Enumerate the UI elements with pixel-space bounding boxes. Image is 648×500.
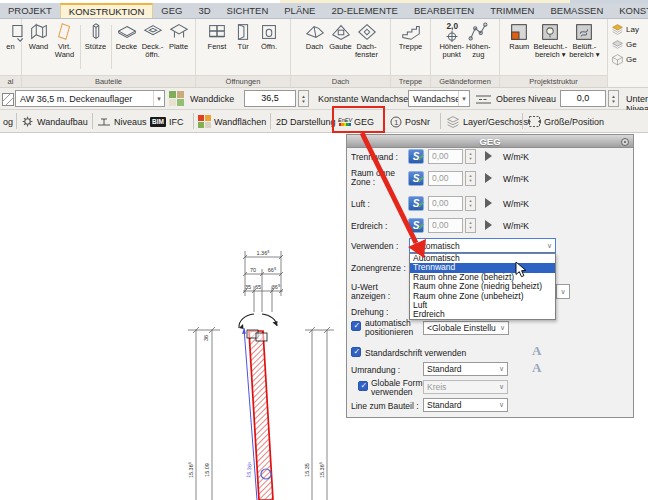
- ribbon-group-partial: en al: [0, 19, 22, 87]
- dropdown-option-luft[interactable]: Luft: [410, 301, 555, 310]
- luft-stepper[interactable]: ▲▼: [465, 196, 476, 211]
- raum-ohne-zone-stepper[interactable]: ▲▼: [465, 171, 476, 186]
- raum-button[interactable]: Raum: [506, 21, 532, 51]
- geschoss-button[interactable]: Ge: [611, 38, 648, 51]
- ribbon-right-column: Lay Ge Ge: [608, 19, 648, 87]
- tab-geg[interactable]: GEG: [153, 3, 190, 18]
- wall-properties-toolbar: og Wandaufbau Niveaus BIM IFC Wandfläche…: [0, 110, 648, 133]
- play-icon[interactable]: [485, 220, 492, 230]
- wanddicke-label: Wanddicke: [190, 94, 234, 104]
- wall-handle[interactable]: [256, 333, 267, 341]
- font-icon[interactable]: A: [532, 360, 541, 376]
- annotation-red-box: [332, 106, 385, 133]
- dachfenster-button[interactable]: Dach-fenster: [354, 21, 380, 59]
- partial-button[interactable]: en: [0, 21, 24, 51]
- standardschrift-checkbox[interactable]: [351, 347, 361, 357]
- dach-button[interactable]: Dach: [302, 21, 328, 51]
- s-formula-button[interactable]: S: [408, 149, 424, 164]
- rotation-arc: [239, 314, 278, 329]
- wanddicke-input[interactable]: 36,5: [244, 90, 296, 107]
- wall-preset-combo[interactable]: AW 36,5 m. Deckenauflager▾: [15, 90, 165, 107]
- line-zum-bauteil-combo[interactable]: Standard∨: [423, 398, 508, 412]
- ribbon-group-treppe: Treppe Treppe: [391, 19, 431, 87]
- tab-plaene[interactable]: PLÄNE: [276, 3, 323, 18]
- tuer-button[interactable]: Tür: [230, 21, 256, 51]
- treppe-icon: [399, 21, 423, 43]
- layer-geschoss-button[interactable]: Layer/Geschoss: [446, 113, 528, 130]
- platte-button[interactable]: Platte: [166, 21, 192, 51]
- beleuchtungsbereich-button[interactable]: Beleucht.-bereich ▾: [532, 21, 568, 59]
- darstellung-button[interactable]: 2D Darstellung: [276, 113, 336, 130]
- partial-icon: [0, 21, 23, 43]
- pin-icon[interactable]: [621, 138, 629, 146]
- belueftungsbereich-button[interactable]: Belüft.-bereich ▾: [568, 21, 600, 59]
- tab-3d[interactable]: 3D: [190, 3, 218, 18]
- tab-bemassen[interactable]: BEMASSEN: [542, 3, 611, 18]
- tab-sichten[interactable]: SICHTEN: [219, 3, 277, 18]
- deckenoeffnung-button[interactable]: Deck.-öffn.: [140, 21, 166, 59]
- trennwand-stepper[interactable]: ▲▼: [465, 149, 476, 164]
- erdreich-stepper[interactable]: ▲▼: [465, 218, 476, 233]
- trennwand-label: Trennwand :: [351, 152, 398, 162]
- wall-layers-icon[interactable]: [169, 91, 184, 106]
- verwenden-combo[interactable]: Automatisch∨: [409, 238, 556, 253]
- gaube-button[interactable]: Gaube: [328, 21, 354, 51]
- wanddicke-stepper[interactable]: ▲▼: [298, 90, 309, 107]
- virt-wand-button[interactable]: Virt.Wand: [52, 21, 78, 59]
- wandaufbau-button[interactable]: Wandaufbau: [21, 113, 88, 130]
- hoehenpunkt-button[interactable]: 2,0 Höhen-punkt: [438, 21, 465, 59]
- ribbon-group-dach: Dach Gaube Dach-fenster Dach: [291, 19, 391, 87]
- dropdown-option-niedrig-beheizt[interactable]: Raum ohne Zone (niedrig beheizt): [410, 282, 555, 291]
- geg-panel: GEG Trennwand : S 0,00 ▲▼ W/m²K Raum ohn…: [346, 134, 634, 418]
- geg-panel-header[interactable]: GEG: [347, 135, 633, 148]
- wand-button[interactable]: Wand: [26, 21, 52, 51]
- dropdown-option-automatisch[interactable]: Automatisch: [410, 254, 555, 263]
- tab-projekt[interactable]: PROJEKT: [0, 3, 60, 18]
- tab-bearbeiten[interactable]: BEARBEITEN: [406, 3, 482, 18]
- globale-form-checkbox[interactable]: [358, 381, 368, 391]
- trennwand-value[interactable]: 0,00: [428, 149, 463, 164]
- wandflaechen-button[interactable]: Wandflächen: [198, 113, 266, 130]
- dropdown-option-beheizt[interactable]: Raum ohne Zone (beheizt): [410, 273, 555, 282]
- unit-label: W/m²K: [503, 221, 529, 231]
- tuer-icon: [231, 21, 255, 43]
- luft-value[interactable]: 0,00: [428, 196, 463, 211]
- s-formula-button[interactable]: S: [408, 171, 424, 186]
- tab-konst-ebene[interactable]: KONST-EBENE: [611, 3, 648, 18]
- wandachse-combo[interactable]: Wandachse▾: [408, 90, 470, 107]
- oberes-niveau-input[interactable]: 0,0: [560, 90, 606, 107]
- decke-button[interactable]: Decke: [114, 21, 140, 51]
- hoehenzug-button[interactable]: Höhen-zug: [465, 21, 492, 59]
- s-formula-button[interactable]: S: [408, 218, 424, 233]
- dropdown-option-erdreich[interactable]: Erdreich: [410, 310, 555, 319]
- oberes-niveau-stepper[interactable]: ▲▼: [608, 90, 619, 107]
- autopos-checkbox[interactable]: [351, 321, 361, 331]
- umrandung-combo[interactable]: Standard∨: [423, 362, 508, 376]
- treppe-button[interactable]: Treppe: [398, 21, 424, 51]
- font-icon[interactable]: A: [532, 343, 541, 359]
- uwert-combo-edge[interactable]: ∨: [556, 284, 570, 299]
- dropdown-option-trennwand[interactable]: Trennwand: [410, 263, 555, 272]
- groesse-position-button[interactable]: Größe/Position: [528, 113, 604, 130]
- globale-einstellung-combo[interactable]: <Globale Einstellu∨: [423, 321, 509, 335]
- tab-konstruktion[interactable]: KONSTRUKTION: [60, 3, 153, 18]
- raum-ohne-zone-value[interactable]: 0,00: [428, 171, 463, 186]
- play-icon[interactable]: [485, 151, 492, 161]
- erdreich-value[interactable]: 0,00: [428, 218, 463, 233]
- play-icon[interactable]: [485, 173, 492, 183]
- geschoss-icon: [611, 38, 624, 51]
- stuetze-button[interactable]: Stütze: [83, 21, 109, 51]
- niveaus-button[interactable]: Niveaus: [97, 113, 147, 130]
- wandachse-icon[interactable]: [476, 94, 491, 105]
- oeffnung-button[interactable]: Öffn.: [256, 21, 282, 51]
- geschoss-cube-button[interactable]: Ge: [611, 53, 648, 66]
- layer-stack-button[interactable]: Lay: [611, 23, 648, 36]
- fenster-button[interactable]: Fenst: [204, 21, 230, 51]
- tab-trimmen[interactable]: TRIMMEN: [482, 3, 542, 18]
- play-icon[interactable]: [485, 198, 492, 208]
- s-formula-button[interactable]: S: [408, 196, 424, 211]
- bim-ifc-button[interactable]: BIM IFC: [150, 113, 183, 130]
- posnr-button[interactable]: 1 PosNr: [390, 113, 430, 130]
- tab-2d-elemente[interactable]: 2D-ELEMENTE: [323, 3, 406, 18]
- dropdown-option-unbeheizt[interactable]: Raum ohne Zone (unbeheizt): [410, 292, 555, 301]
